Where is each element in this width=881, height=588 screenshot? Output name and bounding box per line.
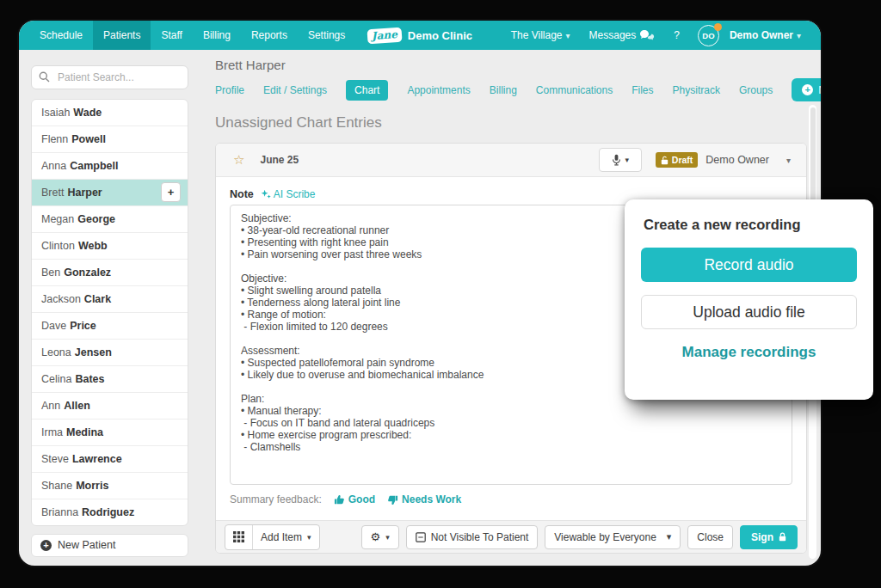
patient-list-item[interactable]: Ben Gonzalez + bbox=[32, 259, 188, 285]
feedback-needs-work-button[interactable]: Needs Work bbox=[387, 493, 461, 505]
patient-search-input[interactable] bbox=[56, 70, 193, 84]
patient-first-name: Leona bbox=[41, 346, 71, 358]
patient-tab[interactable]: Groups bbox=[739, 80, 773, 101]
patient-list: Isaiah Wade + Flenn Powell + Anna bbox=[31, 99, 188, 526]
patient-tab[interactable]: Physitrack bbox=[673, 80, 720, 101]
top-nav: SchedulePatientsStaffBillingReportsSetti… bbox=[19, 21, 821, 50]
chevron-down-icon: ▾ bbox=[307, 533, 311, 542]
visibility-select[interactable]: Viewable by Everyone ▾ bbox=[545, 525, 681, 549]
add-item-group: Add Item ▾ bbox=[225, 524, 320, 550]
help-label: ? bbox=[674, 29, 680, 41]
patient-first-name: Anna bbox=[41, 160, 66, 172]
star-icon[interactable]: ☆ bbox=[233, 152, 244, 168]
patient-list-item[interactable]: Steve Lawrence + bbox=[32, 445, 188, 472]
patient-list-item[interactable]: Celina Bates + bbox=[32, 365, 188, 392]
settings-dropdown-button[interactable]: ⚙ ▾ bbox=[361, 525, 399, 549]
sign-button[interactable]: Sign bbox=[740, 525, 798, 549]
patient-first-name: Isaiah bbox=[41, 107, 70, 119]
add-item-button[interactable]: Add Item ▾ bbox=[252, 525, 319, 549]
unlock-icon bbox=[661, 156, 668, 165]
nav-item[interactable]: Billing bbox=[193, 21, 241, 50]
patient-header: Brett Harper ProfileEdit / SettingsChart… bbox=[193, 50, 821, 101]
patient-list-item[interactable]: Brett Harper + bbox=[32, 179, 188, 205]
messages-menu[interactable]: Messages bbox=[582, 29, 663, 41]
patient-tab[interactable]: Communications bbox=[536, 80, 613, 101]
sparkle-icon bbox=[261, 189, 271, 199]
hidden-box-icon bbox=[416, 532, 426, 542]
nav-item[interactable]: Reports bbox=[241, 21, 298, 50]
new-chart-entry-button[interactable]: + New bbox=[792, 78, 821, 101]
patient-tabs: ProfileEdit / SettingsChartAppointmentsB… bbox=[215, 78, 816, 101]
patient-list-item[interactable]: Anna Campbell + bbox=[32, 152, 188, 179]
patient-last-name: Bates bbox=[75, 373, 104, 385]
patient-last-name: Medina bbox=[66, 426, 103, 438]
patient-tab[interactable]: Billing bbox=[490, 80, 517, 101]
patient-first-name: Brett bbox=[41, 187, 64, 199]
patient-first-name: Irma bbox=[41, 426, 63, 438]
patient-list-item[interactable]: Flenn Powell + bbox=[32, 126, 188, 152]
patient-last-name: Rodriguez bbox=[82, 506, 134, 518]
add-chart-entry-button[interactable]: + bbox=[161, 182, 181, 202]
lock-icon bbox=[779, 532, 786, 542]
brand: Jane Demo Clinic bbox=[367, 21, 472, 50]
patient-tab[interactable]: Files bbox=[631, 80, 653, 101]
patient-last-name: Harper bbox=[67, 187, 102, 199]
chevron-down-icon[interactable]: ▾ bbox=[786, 156, 791, 165]
location-menu[interactable]: The Village ▾ bbox=[503, 29, 578, 41]
patient-last-name: Morris bbox=[76, 480, 108, 492]
plus-circle-icon: + bbox=[802, 84, 813, 95]
patient-first-name: Megan bbox=[41, 213, 74, 225]
note-label: Note bbox=[230, 188, 254, 200]
plus-circle-icon: + bbox=[40, 540, 52, 551]
patient-last-name: Clark bbox=[84, 293, 111, 305]
notification-dot bbox=[714, 23, 722, 31]
feedback-good-button[interactable]: Good bbox=[334, 493, 375, 505]
patient-list-item[interactable]: Dave Price + bbox=[32, 312, 188, 339]
nav-item[interactable]: Settings bbox=[298, 21, 355, 50]
patient-first-name: Clinton bbox=[41, 240, 75, 252]
chevron-down-icon: ▾ bbox=[566, 31, 570, 40]
patient-search[interactable] bbox=[31, 65, 188, 89]
patient-list-item[interactable]: Brianna Rodriguez + bbox=[32, 499, 188, 525]
patient-list-item[interactable]: Irma Medina + bbox=[32, 419, 188, 445]
ai-scribe-link[interactable]: AI Scribe bbox=[261, 188, 316, 200]
patient-list-item[interactable]: Clinton Webb + bbox=[32, 232, 188, 259]
record-audio-button[interactable]: Record audio bbox=[641, 248, 857, 282]
upload-audio-button[interactable]: Upload audio file bbox=[641, 295, 857, 329]
manage-recordings-link[interactable]: Manage recordings bbox=[641, 344, 857, 361]
patient-list-item[interactable]: Leona Jensen + bbox=[32, 339, 188, 365]
new-patient-button[interactable]: + New Patient bbox=[31, 534, 188, 558]
nav-item[interactable]: Patients bbox=[93, 21, 151, 50]
patient-first-name: Shane bbox=[41, 480, 72, 492]
patient-tab[interactable]: Appointments bbox=[407, 80, 470, 101]
patient-list-item[interactable]: Shane Morris + bbox=[32, 472, 188, 499]
patient-first-name: Jackson bbox=[41, 293, 81, 305]
user-menu[interactable]: Demo Owner ▾ bbox=[728, 29, 809, 41]
close-button[interactable]: Close bbox=[687, 525, 733, 549]
chat-bubbles-icon bbox=[639, 29, 655, 41]
nav-item[interactable]: Staff bbox=[151, 21, 192, 50]
patient-list-item[interactable]: Isaiah Wade + bbox=[32, 100, 188, 126]
patient-last-name: Campbell bbox=[70, 160, 118, 172]
patient-list-item[interactable]: Megan George + bbox=[32, 205, 188, 232]
nav-item[interactable]: Schedule bbox=[29, 21, 93, 50]
not-visible-button[interactable]: Not Visible To Patient bbox=[406, 525, 539, 549]
entry-date[interactable]: June 25 bbox=[260, 154, 299, 166]
patient-tab[interactable]: Edit / Settings bbox=[263, 80, 327, 101]
patient-list-item[interactable]: Ann Allen + bbox=[32, 392, 188, 419]
patient-last-name: Allen bbox=[64, 400, 90, 412]
section-title: Unassigned Chart Entries bbox=[215, 114, 807, 132]
patient-tab[interactable]: Chart bbox=[346, 80, 388, 101]
help-button[interactable]: ? bbox=[666, 29, 687, 41]
template-grid-button[interactable] bbox=[225, 525, 252, 549]
jane-logo-icon: Jane bbox=[367, 27, 402, 44]
patient-list-item[interactable]: Jackson Clark + bbox=[32, 285, 188, 312]
feedback-label: Summary feedback: bbox=[230, 493, 322, 505]
patient-tab[interactable]: Profile bbox=[215, 80, 244, 101]
thumbs-up-icon bbox=[334, 494, 345, 505]
feedback-needs-work-label: Needs Work bbox=[402, 493, 461, 505]
location-label: The Village bbox=[511, 29, 563, 41]
record-dropdown-button[interactable]: ▾ bbox=[599, 148, 642, 172]
user-avatar[interactable]: DO bbox=[698, 25, 719, 46]
patient-first-name: Brianna bbox=[41, 506, 78, 518]
